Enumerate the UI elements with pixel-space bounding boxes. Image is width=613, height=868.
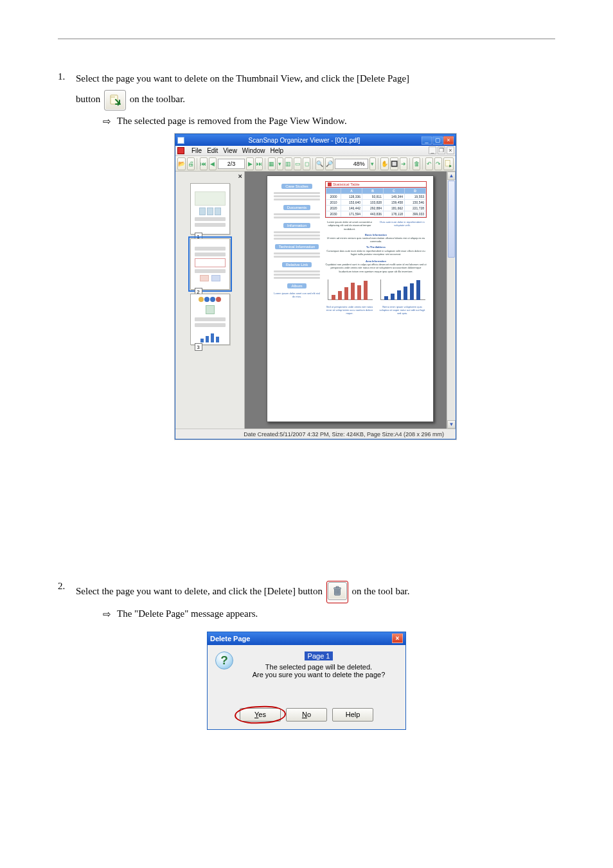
step1-text-a: Select the page you want to delete on th… [76,73,409,84]
page-field[interactable]: 2/3 [218,159,245,169]
header-rule [58,39,555,39]
view-mode-menu[interactable]: ▾ [277,157,283,170]
stat-table-title: Statistical Table [326,182,426,188]
dialog-close-button[interactable]: × [392,633,403,643]
help-button[interactable]: Help [332,708,373,722]
status-text: Date Created:5/11/2007 4:32 PM, Size: 42… [244,431,444,438]
th-b: B [362,188,384,194]
hand-tool-button[interactable]: ✋ [380,157,389,170]
svg-marker-3 [449,164,452,167]
menu-window[interactable]: Window [242,147,265,154]
dialog-title: Delete Page [210,635,250,642]
section-documents: Documents [283,205,310,210]
zoom-in-button[interactable]: 🔍 [315,157,324,170]
zoom-out-button[interactable]: 🔎 [325,157,333,170]
vertical-scrollbar[interactable]: ▲ ▼ [447,172,456,429]
thumb-3-page: 3 [195,343,202,351]
dialog-line2: Are you sure you want to delete the page… [253,671,386,678]
delete-page-toolbar-button[interactable] [443,157,454,170]
toolbar: 📂 🖨 ⏮ ◀ 2/3 ▶ ⏭ ▦ ▾ ▥ ▭ ◻ 🔍 🔎 48% ▾ [175,156,456,172]
doc-restore[interactable]: ❐ [438,146,445,154]
close-button[interactable]: × [443,136,454,145]
thumbnail-3[interactable]: 3 [190,294,230,345]
select-tool-button[interactable]: 🔲 [390,157,398,170]
section-technical: Technical Information [275,244,319,249]
table-row: 2010153,640103,828159,458150,546 [326,200,426,206]
thumbnail-1[interactable]: 1 [190,183,230,235]
table-row: 2000128,33693,811149,34419,553 [326,194,426,200]
section-relative-link: Relative Link [282,262,312,267]
mini-bar-chart-blue [378,278,427,304]
thumbnail-2[interactable]: 2 [190,238,230,290]
step2-text-b: on the tool bar. [352,586,410,596]
step2-number: 2. [58,581,76,592]
section-album: Album [287,283,306,288]
step1-number: 1. [58,71,76,82]
th-c: C [384,188,405,194]
scroll-up-arrow[interactable]: ▲ [447,172,456,180]
result-arrow-icon: ⇨ [103,116,117,127]
menu-view[interactable]: View [223,147,237,154]
table-row: 2030171,594443,836178,118399,033 [326,211,426,217]
svg-rect-6 [336,587,339,588]
question-icon: ? [215,651,233,669]
scroll-down-arrow[interactable]: ▼ [447,420,456,429]
zoom-field[interactable]: 48% [335,159,368,169]
app-window: ScanSnap Organizer Viewer - [001.pdf] _ … [175,134,456,439]
no-button[interactable]: No [286,708,327,722]
zoom-menu[interactable]: ▾ [369,157,376,170]
doc-close[interactable]: × [447,146,454,154]
trash-icon-highlight [326,581,348,603]
thumbnail-pane-close[interactable]: × [238,172,242,180]
fit-width-button[interactable]: ▥ [285,157,292,170]
result-arrow-icon-2: ⇨ [103,608,117,620]
next-page-button[interactable]: ▶ [246,157,254,170]
export-button[interactable]: ➜ [400,157,407,170]
last-page-button[interactable]: ⏭ [255,157,263,170]
delete-page-icon [104,90,126,111]
step1-result: The selected page is removed from the Pa… [117,116,347,127]
fit-page-button[interactable]: ▭ [294,157,301,170]
window-title: ScanSnap Organizer Viewer - [001.pdf] [187,137,422,144]
delete-page-dialog: Delete Page × ? Page 1 The selected page… [207,632,406,730]
status-bar: Date Created:5/11/2007 4:32 PM, Size: 42… [175,429,456,439]
rotate-left-button[interactable]: ↶ [425,157,433,170]
yes-button[interactable]: Yes [240,708,281,722]
step1-text: Select the page you want to delete on th… [76,71,555,86]
prev-page-button[interactable]: ◀ [209,157,217,170]
menu-bar: File Edit View Window Help _ ❐ × [175,146,456,156]
open-button[interactable]: 📂 [177,157,186,170]
th-d: D [405,188,426,194]
step2-result: The "Delete Page" message appears. [117,608,258,620]
title-bar: ScanSnap Organizer Viewer - [001.pdf] _ … [175,134,456,146]
print-button[interactable]: 🖨 [187,157,195,170]
document-page: Case Studies Documents Information Techn… [267,175,434,422]
menu-file[interactable]: File [191,147,202,154]
trash-button[interactable]: 🗑 [413,157,420,170]
actual-size-button[interactable]: ◻ [303,157,310,170]
app-icon [177,137,184,144]
section-information: Information [283,223,310,228]
dialog-page-label: Page 1 [305,651,333,660]
rotate-right-button[interactable]: ↷ [434,157,442,170]
stat-table: Statistical Table A B C D [325,181,427,218]
doc-minimize[interactable]: _ [429,146,436,154]
menu-help[interactable]: Help [270,147,283,154]
th-a: A [341,188,362,194]
dialog-title-bar: Delete Page × [208,632,405,645]
svg-rect-2 [445,160,450,166]
content-pane: Case Studies Documents Information Techn… [245,172,456,429]
step1-text-c: on the toolbar. [130,94,185,105]
minimize-button[interactable]: _ [422,136,432,145]
maximize-button[interactable]: ▢ [432,136,443,145]
trash-icon [328,582,347,600]
thumbnail-pane: × 1 [175,172,245,429]
table-row: 2020146,442292,884181,662221,728 [326,206,426,211]
view-mode-button[interactable]: ▦ [268,157,276,170]
doc-icon [177,147,184,154]
menu-edit[interactable]: Edit [207,147,218,154]
step2-text-a: Select the page you want to delete, and … [76,586,323,596]
first-page-button[interactable]: ⏮ [200,157,208,170]
step1-text-b: button [76,94,100,105]
scroll-thumb[interactable] [448,181,455,258]
